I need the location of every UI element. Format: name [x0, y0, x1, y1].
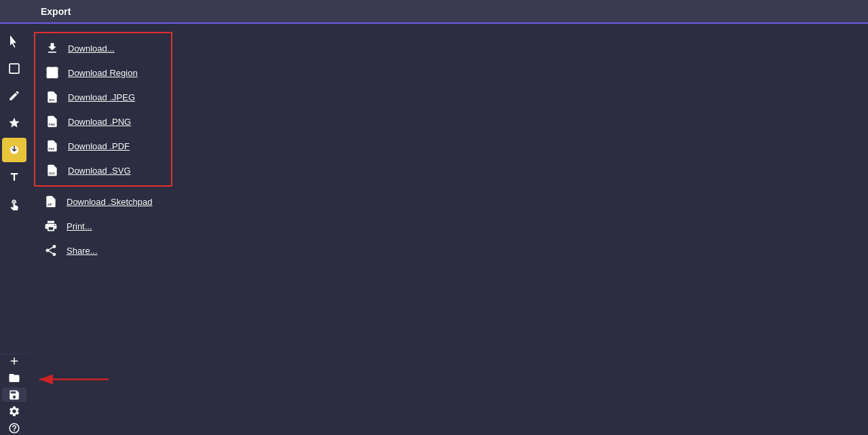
print-icon	[43, 219, 58, 233]
svg-text:PNG: PNG	[49, 123, 55, 126]
download-pdf-button[interactable]: PDF Download .PDF	[35, 134, 171, 158]
download-png-icon: PNG	[45, 114, 60, 129]
export-highlighted-section: Download... Download Region JPG Download…	[34, 32, 172, 187]
print-button[interactable]: Print...	[29, 214, 178, 238]
svg-text:SVG: SVG	[49, 172, 55, 175]
download-jpeg-label: Download .JPEG	[68, 92, 135, 102]
download-button[interactable]: Download...	[35, 36, 171, 60]
download-svg-icon: SVG	[45, 163, 60, 178]
sidebar-icon-text[interactable]	[2, 165, 26, 189]
bottom-help-button[interactable]	[2, 421, 26, 435]
share-button[interactable]: Share...	[29, 238, 178, 263]
download-png-label: Download .PNG	[68, 117, 131, 127]
download-region-icon	[45, 65, 60, 80]
sidebar-icon-hand[interactable]	[2, 192, 26, 216]
bottom-add-button[interactable]	[2, 354, 26, 368]
sidebar-icon-pointer[interactable]	[2, 29, 26, 54]
svg-text:PDF: PDF	[49, 147, 55, 151]
download-jpeg-icon: JPG	[45, 90, 60, 105]
download-sketchpad-button[interactable]: ZIP Download .Sketchpad	[29, 189, 178, 214]
download-jpeg-button[interactable]: JPG Download .JPEG	[35, 85, 171, 109]
top-bar-title: Export	[41, 6, 71, 17]
svg-text:ZIP: ZIP	[48, 203, 52, 206]
download-png-button[interactable]: PNG Download .PNG	[35, 109, 171, 134]
download-icon	[45, 41, 60, 56]
top-bar: Export	[0, 0, 868, 24]
bottom-settings-button[interactable]	[2, 404, 26, 419]
download-svg-label: Download .SVG	[68, 166, 131, 176]
bottom-folder-button[interactable]	[2, 371, 26, 385]
download-region-label: Download Region	[68, 68, 138, 78]
download-pdf-label: Download .PDF	[68, 141, 130, 151]
download-pdf-icon: PDF	[45, 138, 60, 153]
sidebar-icon-star[interactable]	[2, 111, 26, 135]
svg-rect-0	[10, 64, 19, 73]
svg-rect-7	[48, 68, 58, 78]
share-label: Share...	[67, 246, 98, 256]
bottom-save-button[interactable]	[2, 387, 26, 402]
export-panel: Download... Download Region JPG Download…	[29, 24, 178, 268]
share-icon	[43, 243, 58, 258]
sidebar-icon-pen[interactable]	[2, 83, 26, 108]
print-label: Print...	[67, 221, 92, 231]
download-svg-button[interactable]: SVG Download .SVG	[35, 158, 171, 183]
sidebar-icon-export[interactable]	[2, 138, 26, 162]
download-sketchpad-label: Download .Sketchpad	[67, 197, 152, 207]
bottom-toolbar	[0, 354, 29, 435]
download-region-button[interactable]: Download Region	[35, 60, 171, 85]
download-label: Download...	[68, 43, 115, 54]
sidebar-icon-crop[interactable]	[2, 56, 26, 81]
red-arrow-indicator	[34, 373, 115, 386]
download-sketchpad-icon: ZIP	[43, 194, 58, 209]
svg-text:JPG: JPG	[49, 98, 54, 102]
left-sidebar	[0, 24, 29, 354]
